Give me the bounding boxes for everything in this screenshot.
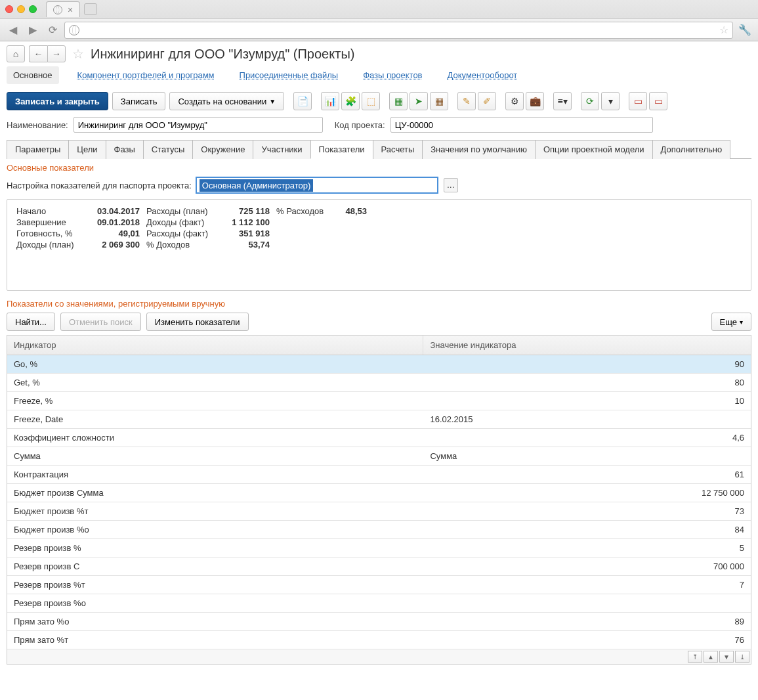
col-indicator[interactable]: Индикатор: [7, 336, 423, 355]
refresh-green-icon[interactable]: ⟳: [581, 92, 599, 110]
nav-back-button[interactable]: ←: [29, 45, 47, 62]
browser-menu-icon[interactable]: 🔧: [737, 22, 753, 38]
reload-button[interactable]: ⟳: [45, 22, 60, 38]
summary-label: Расходы (факт): [146, 229, 219, 238]
caret-down-icon: ▼: [269, 98, 276, 105]
scroll-down-icon[interactable]: ▼: [719, 651, 734, 663]
scroll-bottom-icon[interactable]: ⤓: [735, 651, 749, 663]
caret-down-icon: ▾: [740, 318, 743, 326]
close-tab-icon[interactable]: ×: [68, 5, 73, 15]
cell-value: 61: [423, 466, 751, 483]
tab-Опции проектной модели[interactable]: Опции проектной модели: [535, 140, 653, 159]
browser-tab[interactable]: ×: [46, 1, 80, 17]
list-dropdown-icon[interactable]: ≡▾: [553, 92, 572, 110]
save-button[interactable]: Записать: [112, 92, 166, 110]
table-green-icon[interactable]: ▦: [389, 92, 408, 110]
passport-combo-select[interactable]: …: [444, 178, 458, 192]
tab-Расчеты[interactable]: Расчеты: [373, 140, 423, 159]
cell-value: 89: [423, 613, 751, 630]
tab-Статусы[interactable]: Статусы: [143, 140, 193, 159]
globe-icon: [53, 5, 62, 14]
linktab-phases[interactable]: Фазы проектов: [356, 66, 429, 84]
linktab-component[interactable]: Компонент портфелей и программ: [71, 66, 221, 84]
tab-Окружение[interactable]: Окружение: [192, 140, 253, 159]
doc-red2-icon[interactable]: ▭: [649, 92, 667, 110]
more-label: Еще: [720, 317, 737, 327]
table-row[interactable]: Бюджет произв %т73: [7, 502, 751, 521]
cell-indicator: Go, %: [7, 355, 423, 373]
table-row[interactable]: Резерв произв %о: [7, 594, 751, 613]
linktab-docflow[interactable]: Документооборот: [441, 66, 524, 84]
tab-Значения  по умолчанию[interactable]: Значения по умолчанию: [422, 140, 536, 159]
table-row[interactable]: Freeze, Date16.02.2015: [7, 410, 751, 429]
cell-indicator: Прям зато %т: [7, 631, 423, 649]
table-row[interactable]: Прям зато %т76: [7, 631, 751, 649]
cell-value: 12 750 000: [423, 484, 751, 502]
zoom-window-icon[interactable]: [29, 5, 37, 13]
scroll-up-icon[interactable]: ▲: [704, 651, 718, 663]
more-button[interactable]: Еще ▾: [711, 313, 751, 331]
doc-red-icon[interactable]: ▭: [629, 92, 647, 110]
table-footer: ⤒ ▲ ▼ ⤓: [7, 649, 751, 664]
table-row[interactable]: Коэффициент сложности4,6: [7, 429, 751, 447]
scroll-top-icon[interactable]: ⤒: [688, 651, 702, 663]
summary-label: Завершение: [16, 217, 89, 227]
table-row[interactable]: Резерв произв %5: [7, 539, 751, 558]
passport-label: Настройка показателей для паспорта проек…: [7, 181, 192, 190]
code-input[interactable]: [390, 117, 653, 133]
edit-indicators-button[interactable]: Изменить показатели: [146, 313, 249, 331]
table-row[interactable]: Get, %80: [7, 374, 751, 392]
table-row[interactable]: СуммаСумма: [7, 447, 751, 466]
table-row[interactable]: Контрактация61: [7, 466, 751, 484]
cell-indicator: Бюджет произв %о: [7, 521, 423, 538]
edit2-icon[interactable]: ✐: [478, 92, 496, 110]
create-based-button[interactable]: Создать на основании▼: [169, 92, 284, 110]
col-value[interactable]: Значение индикатора: [423, 336, 751, 355]
close-window-icon[interactable]: [5, 5, 13, 13]
nav-forward-button[interactable]: →: [47, 45, 66, 62]
summary-label: Доходы (план): [16, 240, 89, 250]
new-tab-button[interactable]: [84, 3, 97, 15]
forward-button[interactable]: ▶: [25, 22, 41, 38]
chart-icon[interactable]: 📊: [321, 92, 339, 110]
tab-Фазы[interactable]: Фазы: [106, 140, 144, 159]
tree-icon[interactable]: 🧩: [341, 92, 360, 110]
home-button[interactable]: ⌂: [7, 45, 25, 62]
briefcase-icon[interactable]: 💼: [526, 92, 544, 110]
create-based-label: Создать на основании: [178, 97, 266, 106]
tab-Дополнительно[interactable]: Дополнительно: [652, 140, 731, 159]
arrow-green-icon[interactable]: ➤: [410, 92, 428, 110]
passport-combo[interactable]: Основная (Администратор): [196, 177, 438, 194]
report-icon[interactable]: 📄: [293, 92, 312, 110]
table-row[interactable]: Резерв произв %т7: [7, 576, 751, 594]
cell-indicator: Контрактация: [7, 466, 423, 483]
table-row[interactable]: Резерв произв С700 000: [7, 558, 751, 576]
cancel-find-button[interactable]: Отменить поиск: [60, 313, 141, 331]
table-row[interactable]: Go, %90: [7, 355, 751, 374]
address-bar[interactable]: ☆: [64, 22, 733, 39]
tab-Участники[interactable]: Участники: [253, 140, 310, 159]
name-label: Наименование:: [7, 120, 68, 130]
save-close-button[interactable]: Записать и закрыть: [7, 92, 108, 110]
favorite-star-icon[interactable]: ☆: [72, 46, 84, 62]
tab-Цели[interactable]: Цели: [68, 140, 106, 159]
minimize-window-icon[interactable]: [17, 5, 25, 13]
table-row[interactable]: Прям зато %о89: [7, 613, 751, 631]
linktab-main[interactable]: Основное: [7, 66, 59, 84]
table-row[interactable]: Бюджет произв %о84: [7, 521, 751, 539]
name-input[interactable]: [74, 117, 323, 133]
tab-Показатели[interactable]: Показатели: [310, 140, 373, 159]
hierarchy-icon[interactable]: ⬚: [362, 92, 380, 110]
code-label: Код проекта:: [335, 120, 385, 130]
gear-dark-icon[interactable]: ⚙: [505, 92, 524, 110]
bookmark-star-icon[interactable]: ☆: [719, 24, 728, 36]
table-row[interactable]: Бюджет произв Сумма12 750 000: [7, 484, 751, 502]
grid-icon[interactable]: ▦: [430, 92, 448, 110]
back-button[interactable]: ◀: [5, 22, 21, 38]
tab-Параметры[interactable]: Параметры: [7, 140, 69, 159]
find-button[interactable]: Найти...: [7, 313, 55, 331]
linktab-files[interactable]: Присоединенные файлы: [233, 66, 345, 84]
down-arrow-icon[interactable]: ▾: [601, 92, 620, 110]
table-row[interactable]: Freeze, %10: [7, 392, 751, 410]
edit-icon[interactable]: ✎: [457, 92, 476, 110]
